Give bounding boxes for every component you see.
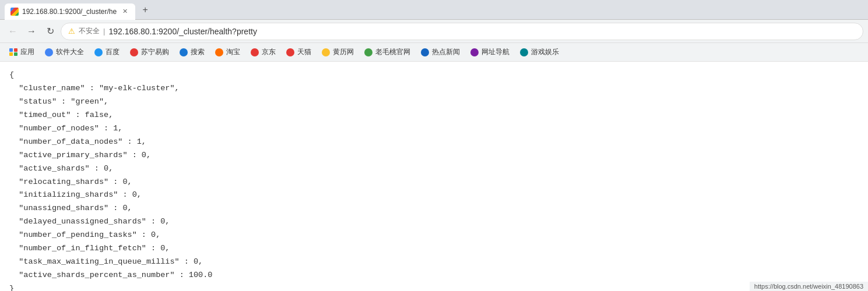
browser-tab[interactable]: 192.168.80.1:9200/_cluster/he ✕ <box>5 3 135 20</box>
navigation-bar: ← → ↻ ⚠ 不安全 | <box>0 20 868 43</box>
bookmark-icon-tianmao <box>286 48 294 56</box>
bookmark-label-wangzhi: 网址导航 <box>482 47 509 57</box>
bookmark-item-wangzhi[interactable]: 网址导航 <box>466 45 514 59</box>
json-line: "delayed_unassigned_shards" : 0, <box>9 215 859 229</box>
bookmark-label-redian: 热点新闻 <box>432 47 460 57</box>
security-warning-icon: ⚠ <box>68 27 75 36</box>
forward-button[interactable]: → <box>23 23 40 40</box>
address-input[interactable] <box>108 27 856 36</box>
status-bar: https://blog.csdn.net/weixin_48190863 <box>750 282 868 291</box>
bookmark-icon-laomutao <box>364 48 372 56</box>
bookmark-label-sousuo: 搜索 <box>191 47 205 57</box>
separator: | <box>103 27 105 36</box>
bookmark-label-suning: 苏宁易购 <box>141 47 169 57</box>
bookmark-label-tianmao: 天猫 <box>297 47 311 57</box>
bookmark-icon-baidu <box>94 48 103 56</box>
json-line: "unassigned_shards" : 0, <box>9 202 859 215</box>
content-area: { "cluster_name" : "my-elk-cluster", "st… <box>0 62 868 291</box>
bookmark-icon-wangzhi <box>470 48 479 56</box>
back-button[interactable]: ← <box>5 23 21 40</box>
refresh-icon: ↻ <box>47 26 54 37</box>
bookmark-icon-suning <box>130 48 138 56</box>
arrow-left-icon: ← <box>8 26 17 37</box>
apps-icon <box>9 48 17 56</box>
title-bar: 192.168.80.1:9200/_cluster/he ✕ + <box>0 0 868 20</box>
bookmark-item-laomutao[interactable]: 老毛桃官网 <box>360 45 415 59</box>
bookmark-item-baidu[interactable]: 百度 <box>90 45 124 59</box>
bookmark-label-apps: 应用 <box>20 47 34 57</box>
bookmark-item-suning[interactable]: 苏宁易购 <box>125 45 174 59</box>
json-line: } <box>9 282 859 291</box>
bookmark-item-tianmao[interactable]: 天猫 <box>282 45 316 59</box>
tab-favicon <box>10 8 19 16</box>
bookmark-item-sousuo[interactable]: 搜索 <box>175 45 209 59</box>
bookmark-label-laomutao: 老毛桃官网 <box>375 47 410 57</box>
bookmark-icon-huangli <box>322 48 330 56</box>
bookmark-icon-redian <box>421 48 429 56</box>
json-line: "number_of_nodes" : 1, <box>9 122 859 136</box>
json-line: { <box>9 69 859 82</box>
json-line: "relocating_shards" : 0, <box>9 176 859 189</box>
bookmark-label-huangli: 黄历网 <box>333 47 354 57</box>
refresh-button[interactable]: ↻ <box>42 23 58 40</box>
bookmark-icon-taobao <box>215 48 223 56</box>
bookmark-item-huangli[interactable]: 黄历网 <box>317 45 359 59</box>
bookmark-label-taobao: 淘宝 <box>226 47 240 57</box>
not-secure-label: 不安全 <box>79 26 100 36</box>
status-url: https://blog.csdn.net/weixin_48190863 <box>754 283 863 290</box>
json-line: "status" : "green", <box>9 95 859 109</box>
bookmark-label-youxi: 游戏娱乐 <box>531 47 559 57</box>
json-line: "number_of_pending_tasks" : 0, <box>9 229 859 242</box>
json-line: "number_of_data_nodes" : 1, <box>9 136 859 149</box>
bookmark-icon-jingdong <box>251 48 259 56</box>
bookmark-item-youxi[interactable]: 游戏娱乐 <box>515 45 564 59</box>
bookmark-label-jingdong: 京东 <box>262 47 276 57</box>
json-line: "timed_out" : false, <box>9 109 859 122</box>
bookmark-item-ruanjian[interactable]: 软件大全 <box>40 45 89 59</box>
json-line: "active_primary_shards" : 0, <box>9 149 859 162</box>
json-line: "task_max_waiting_in_queue_millis" : 0, <box>9 255 859 269</box>
json-line: "active_shards" : 0, <box>9 162 859 176</box>
bookmark-label-ruanjian: 软件大全 <box>56 47 84 57</box>
bookmark-icon-youxi <box>520 48 528 56</box>
arrow-right-icon: → <box>27 26 36 37</box>
json-line: "cluster_name" : "my-elk-cluster", <box>9 82 859 95</box>
bookmarks-bar: 应用软件大全百度苏宁易购搜索淘宝京东天猫黄历网老毛桃官网热点新闻网址导航游戏娱乐 <box>0 43 868 62</box>
json-line: "initializing_shards" : 0, <box>9 189 859 202</box>
address-bar[interactable]: ⚠ 不安全 | <box>61 23 863 40</box>
json-line: "number_of_in_flight_fetch" : 0, <box>9 242 859 255</box>
bookmark-label-baidu: 百度 <box>106 47 120 57</box>
bookmark-icon-sousuo <box>180 48 188 56</box>
bookmark-item-redian[interactable]: 热点新闻 <box>416 45 465 59</box>
tab-title: 192.168.80.1:9200/_cluster/he <box>22 8 117 16</box>
tab-close-button[interactable]: ✕ <box>120 7 129 16</box>
new-tab-button[interactable]: + <box>138 2 153 17</box>
json-line: "active_shards_percent_as_number" : 100.… <box>9 269 859 282</box>
bookmark-icon-ruanjian <box>45 48 53 56</box>
bookmark-item-jingdong[interactable]: 京东 <box>246 45 280 59</box>
bookmark-item-taobao[interactable]: 淘宝 <box>210 45 245 59</box>
bookmark-item-apps[interactable]: 应用 <box>5 45 39 59</box>
